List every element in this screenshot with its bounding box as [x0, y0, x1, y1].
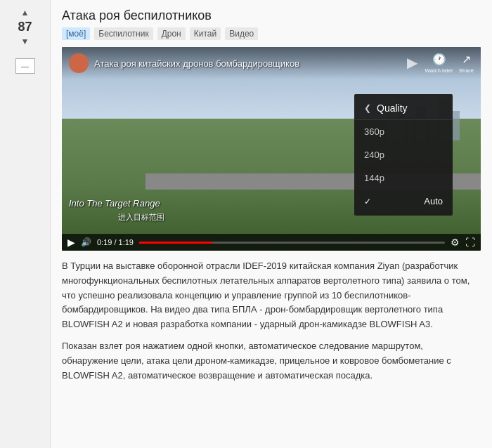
tag-bespilotnik[interactable]: Беспилотник [94, 27, 153, 40]
tag-video[interactable]: Видео [225, 27, 258, 40]
tags-container: [моё] Беспилотник Дрон Китай Видео [62, 27, 481, 40]
share-label: Share [459, 67, 474, 74]
video-actions: 🕐 Watch later ↗ Share [425, 53, 474, 74]
quality-144p-label: 144p [364, 173, 384, 183]
tag-dron[interactable]: Дрон [157, 27, 186, 40]
progress-bar[interactable] [139, 242, 445, 244]
video-overlay-chinese: 进入目标范围 [118, 212, 164, 223]
quality-option-360p[interactable]: 360p [354, 120, 453, 143]
channel-avatar [69, 53, 89, 73]
video-controls: ▶ 🔊 0:19 / 1:19 ⚙ ⛶ [62, 234, 481, 251]
quality-title: Quality [377, 103, 408, 114]
video-player[interactable]: Атака роя китайских дронов бомбардировщи… [62, 47, 481, 251]
share-icon: ↗ [462, 53, 471, 66]
quality-option-144p[interactable]: 144p [354, 166, 453, 190]
volume-button[interactable]: 🔊 [81, 237, 91, 247]
quality-option-auto[interactable]: ✓ Auto [354, 190, 453, 213]
post-title: Атака роя беспилотников [62, 8, 481, 23]
watermark: ▶ [407, 54, 417, 71]
article-paragraph-1: В Турции на выставке оборонной отрасли I… [62, 259, 481, 332]
watch-later-button[interactable]: 🕐 Watch later [425, 53, 453, 74]
sidebar: ▲ 87 ▼ — [0, 0, 51, 448]
video-thumbnail: Атака роя китайских дронов бомбардировщи… [62, 47, 481, 251]
article-paragraph-2: Показан взлет роя нажатием одной кнопки,… [62, 339, 481, 383]
quality-240p-label: 240p [364, 150, 384, 160]
bookmark-button[interactable]: — [15, 58, 35, 74]
progress-fill [139, 242, 212, 244]
settings-button[interactable]: ⚙ [451, 237, 460, 248]
back-arrow-icon: ❮ [364, 103, 371, 113]
time-display: 0:19 / 1:19 [97, 238, 134, 246]
fullscreen-button[interactable]: ⛶ [465, 237, 475, 248]
downvote-button[interactable]: ▼ [17, 36, 34, 47]
quality-menu: ❮ Quality 360p 240p 144p ✓ Auto [354, 94, 453, 216]
play-button[interactable]: ▶ [67, 237, 75, 248]
main-content: Атака роя беспилотников [моё] Беспилотни… [51, 0, 492, 448]
quality-header[interactable]: ❮ Quality [354, 97, 453, 120]
tag-kitai[interactable]: Китай [190, 27, 221, 40]
tag-mine[interactable]: [моё] [62, 27, 90, 40]
check-icon: ✓ [364, 197, 371, 206]
watch-later-label: Watch later [425, 67, 453, 74]
building-7 [453, 111, 460, 140]
video-title: Атака роя китайских дронов бомбардировщи… [94, 58, 425, 69]
vote-section: ▲ 87 ▼ [17, 7, 34, 47]
video-top-bar: Атака роя китайских дронов бомбардировщи… [62, 47, 481, 79]
share-button[interactable]: ↗ Share [459, 53, 474, 74]
vote-count: 87 [18, 20, 32, 34]
quality-auto-label: Auto [424, 196, 443, 206]
video-overlay-text: Into The Target Range [69, 198, 160, 209]
watch-later-icon: 🕐 [432, 53, 446, 66]
quality-360p-label: 360p [364, 126, 384, 137]
upvote-button[interactable]: ▲ [17, 7, 34, 18]
quality-option-240p[interactable]: 240p [354, 143, 453, 166]
